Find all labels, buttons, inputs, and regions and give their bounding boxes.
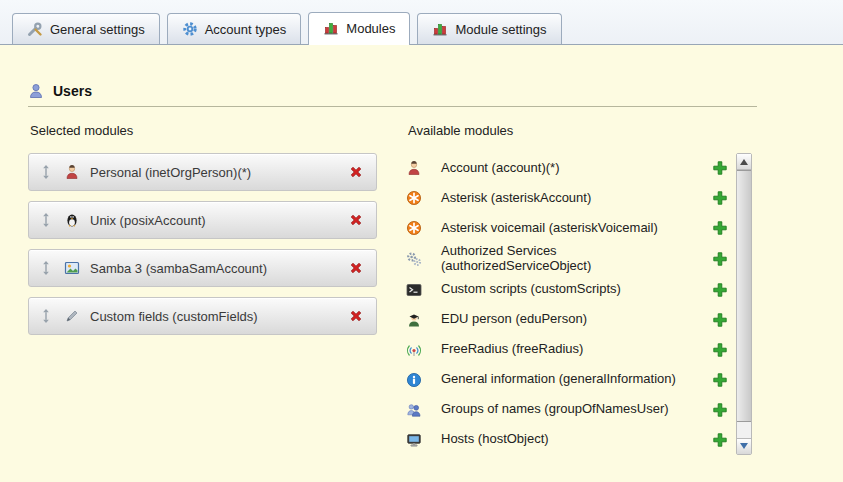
tools-icon xyxy=(27,21,43,37)
scroll-up-button[interactable] xyxy=(737,154,751,170)
chart-icon xyxy=(432,21,448,37)
drag-handle-icon[interactable] xyxy=(41,308,51,324)
add-icon[interactable] xyxy=(712,190,728,206)
delete-icon[interactable] xyxy=(348,164,364,180)
available-module-row: Authorized Services (authorizedServiceOb… xyxy=(406,243,728,275)
personal-icon xyxy=(64,164,80,180)
available-module-row: EDU person (eduPerson) xyxy=(406,305,728,335)
host-icon xyxy=(406,432,422,448)
drag-handle-icon[interactable] xyxy=(41,260,51,276)
add-icon[interactable] xyxy=(712,372,728,388)
drag-handle-icon[interactable] xyxy=(41,212,51,228)
tux-icon xyxy=(64,212,80,228)
selected-module-label: Personal (inetOrgPerson)(*) xyxy=(90,165,251,180)
available-module-row: Groups of names (groupOfNamesUser) xyxy=(406,395,728,425)
scrollbar-thumb[interactable] xyxy=(737,170,751,422)
add-icon[interactable] xyxy=(712,402,728,418)
add-icon[interactable] xyxy=(712,160,728,176)
groups-icon xyxy=(406,402,422,418)
tab-label: General settings xyxy=(50,22,145,37)
available-module-row: Asterisk (asteriskAccount) xyxy=(406,183,728,213)
available-module-label: General information (generalInformation) xyxy=(441,372,703,387)
tab-label: Module settings xyxy=(455,22,546,37)
tab-label: Modules xyxy=(346,21,395,36)
available-module-label: Asterisk (asteriskAccount) xyxy=(441,191,703,206)
account-icon xyxy=(406,160,422,176)
gear-icon xyxy=(182,21,198,37)
add-icon[interactable] xyxy=(712,220,728,236)
available-module-row: Asterisk voicemail (asteriskVoicemail) xyxy=(406,213,728,243)
terminal-icon xyxy=(406,282,422,298)
available-module-row: General information (generalInformation) xyxy=(406,365,728,395)
modules-columns: Selected modules Personal (inetOrgPerson… xyxy=(28,123,815,455)
services-icon xyxy=(406,251,422,267)
available-modules-column: Available modules Account (account)(*) A… xyxy=(406,123,752,455)
selected-modules-heading: Selected modules xyxy=(30,123,377,138)
delete-icon[interactable] xyxy=(348,212,364,228)
selected-module-label: Unix (posixAccount) xyxy=(90,213,206,228)
add-icon[interactable] xyxy=(712,342,728,358)
delete-icon[interactable] xyxy=(348,260,364,276)
scroll-down-button[interactable] xyxy=(737,438,751,454)
available-module-row: Account (account)(*) xyxy=(406,153,728,183)
drag-handle-icon[interactable] xyxy=(41,164,51,180)
tab-bar: General settings Account types Modules M… xyxy=(0,0,843,45)
add-icon[interactable] xyxy=(712,432,728,448)
available-module-label: Hosts (hostObject) xyxy=(441,432,703,447)
available-module-row: Hosts (hostObject) xyxy=(406,425,728,455)
add-icon[interactable] xyxy=(712,282,728,298)
available-modules-list: Account (account)(*) Asterisk (asteriskA… xyxy=(406,153,728,455)
tab-general-settings[interactable]: General settings xyxy=(12,13,160,44)
edu-person-icon xyxy=(406,312,422,328)
page-title: Users xyxy=(53,83,92,99)
tab-account-types[interactable]: Account types xyxy=(167,13,302,44)
arrow-down-icon xyxy=(740,443,748,449)
available-module-label: Custom scripts (customScripts) xyxy=(441,282,703,297)
add-icon[interactable] xyxy=(712,251,728,267)
selected-module-row[interactable]: Personal (inetOrgPerson)(*) xyxy=(28,153,377,191)
available-module-label: Groups of names (groupOfNamesUser) xyxy=(441,402,703,417)
delete-icon[interactable] xyxy=(348,308,364,324)
scrollbar[interactable] xyxy=(736,153,752,455)
available-module-label: Authorized Services (authorizedServiceOb… xyxy=(441,244,703,274)
selected-module-label: Custom fields (customFields) xyxy=(90,309,258,324)
arrow-up-icon xyxy=(740,159,748,165)
freeradius-icon xyxy=(406,342,422,358)
asterisk-voicemail-icon xyxy=(406,220,422,236)
tab-label: Account types xyxy=(205,22,287,37)
chart-icon xyxy=(323,20,339,36)
selected-module-row[interactable]: Custom fields (customFields) xyxy=(28,297,377,335)
selected-module-label: Samba 3 (sambaSamAccount) xyxy=(90,261,267,276)
available-module-row: Custom scripts (customScripts) xyxy=(406,275,728,305)
available-modules-heading: Available modules xyxy=(408,123,752,138)
custom-fields-icon xyxy=(64,308,80,324)
available-module-label: FreeRadius (freeRadius) xyxy=(441,342,703,357)
tab-module-settings[interactable]: Module settings xyxy=(417,13,561,44)
section-header-users: Users xyxy=(28,83,757,107)
available-modules-list-wrap: Account (account)(*) Asterisk (asteriskA… xyxy=(406,153,752,455)
info-icon xyxy=(406,372,422,388)
available-module-label: Asterisk voicemail (asteriskVoicemail) xyxy=(441,221,703,236)
tab-modules[interactable]: Modules xyxy=(308,12,410,45)
available-module-label: EDU person (eduPerson) xyxy=(441,312,703,327)
selected-module-row[interactable]: Unix (posixAccount) xyxy=(28,201,377,239)
add-icon[interactable] xyxy=(712,312,728,328)
available-module-label: Account (account)(*) xyxy=(441,161,703,176)
selected-module-row[interactable]: Samba 3 (sambaSamAccount) xyxy=(28,249,377,287)
available-module-row: FreeRadius (freeRadius) xyxy=(406,335,728,365)
user-icon xyxy=(28,83,44,99)
samba-icon xyxy=(64,260,80,276)
selected-modules-column: Selected modules Personal (inetOrgPerson… xyxy=(28,123,377,455)
asterisk-icon xyxy=(406,190,422,206)
